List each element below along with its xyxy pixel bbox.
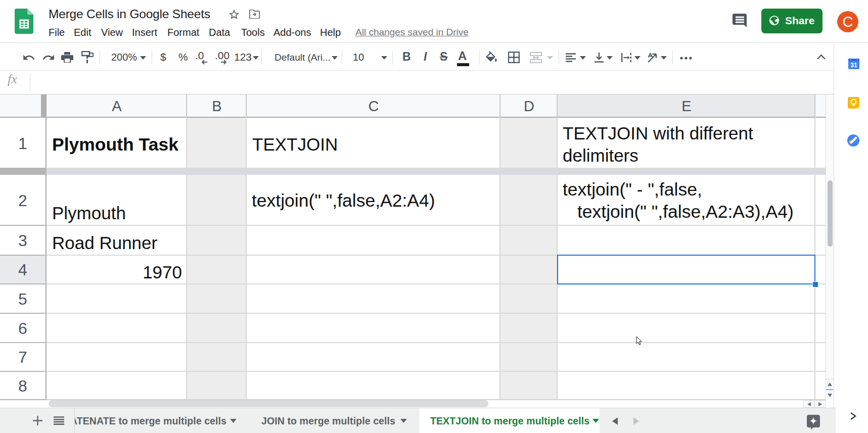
svg-text:31: 31 bbox=[850, 62, 857, 69]
